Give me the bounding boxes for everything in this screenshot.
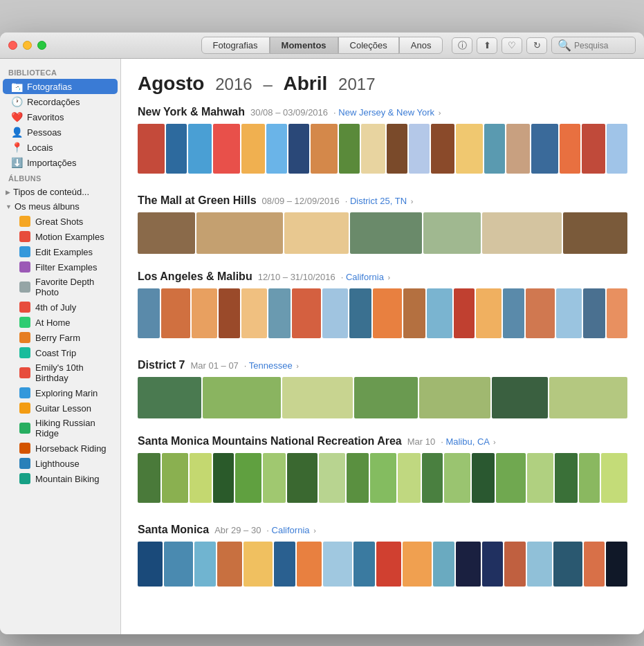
photo-thumb[interactable] [601, 453, 627, 503]
sidebar-item-places[interactable]: 📍 Locais [3, 140, 118, 155]
photo-thumb[interactable] [311, 124, 338, 174]
moment-district7-photos[interactable] [138, 377, 627, 418]
close-button[interactable] [8, 41, 17, 50]
photo-thumb[interactable] [361, 124, 385, 174]
photo-thumb[interactable] [454, 288, 475, 338]
photo-thumb[interactable] [527, 542, 552, 587]
sidebar-item-edit-examples[interactable]: Edit Examples [3, 244, 118, 259]
sidebar-item-berry-farm[interactable]: Berry Farm [3, 330, 118, 345]
photo-thumb[interactable] [282, 377, 353, 418]
photo-thumb[interactable] [456, 542, 481, 587]
sidebar-item-people[interactable]: 👤 Pessoas [3, 124, 118, 140]
moment-new-york-photos[interactable] [138, 124, 627, 178]
photo-thumb[interactable] [606, 542, 627, 587]
photo-thumb[interactable] [354, 377, 418, 418]
photo-thumb[interactable] [292, 288, 321, 338]
photo-thumb[interactable] [373, 288, 402, 338]
photo-thumb[interactable] [350, 212, 422, 254]
photo-thumb[interactable] [194, 542, 216, 587]
sidebar-item-imports[interactable]: ⬇️ Importações [3, 155, 118, 170]
photo-thumb[interactable] [376, 542, 401, 587]
photo-thumb[interactable] [579, 453, 600, 503]
photo-thumb[interactable] [161, 288, 190, 338]
photo-thumb[interactable] [527, 453, 553, 503]
photo-thumb[interactable] [138, 377, 201, 418]
photo-thumb[interactable] [556, 288, 582, 338]
moment-los-angeles-location-link[interactable]: California [346, 272, 384, 282]
photo-thumb[interactable] [427, 288, 452, 338]
photo-thumb[interactable] [266, 124, 287, 174]
photo-thumb[interactable] [138, 453, 160, 503]
photo-thumb[interactable] [506, 124, 530, 174]
photo-thumb[interactable] [584, 542, 605, 587]
photo-thumb[interactable] [398, 453, 421, 503]
share-button[interactable]: ⬆ [477, 37, 497, 54]
photo-thumb[interactable] [409, 124, 430, 174]
photo-thumb[interactable] [431, 124, 454, 174]
photo-thumb[interactable] [526, 288, 555, 338]
photo-thumb[interactable] [353, 542, 375, 587]
photo-thumb[interactable] [219, 288, 241, 338]
photo-thumb[interactable] [423, 212, 481, 254]
sidebar-item-great-shots[interactable]: Great Shots [3, 214, 118, 229]
photo-thumb[interactable] [496, 453, 526, 503]
photo-thumb[interactable] [339, 124, 360, 174]
photo-thumb[interactable] [549, 377, 627, 418]
photo-thumb[interactable] [422, 453, 443, 503]
photo-thumb[interactable] [433, 542, 454, 587]
search-box[interactable]: 🔍 [551, 37, 636, 54]
photo-thumb[interactable] [484, 124, 505, 174]
tab-moments[interactable]: Momentos [270, 37, 338, 54]
sidebar-item-motion-examples[interactable]: Motion Examples [3, 229, 118, 244]
photo-thumb[interactable] [583, 288, 605, 338]
photo-thumb[interactable] [213, 453, 234, 503]
photo-thumb[interactable] [503, 288, 525, 338]
photo-thumb[interactable] [444, 453, 470, 503]
photo-thumb[interactable] [607, 288, 627, 338]
photo-thumb[interactable] [555, 453, 578, 503]
photo-thumb[interactable] [563, 212, 628, 254]
sidebar-item-emily-birthday[interactable]: Emily's 10th Birthday [3, 360, 118, 385]
sidebar-item-memories[interactable]: 🕐 Recordações [3, 94, 118, 109]
photo-thumb[interactable] [403, 542, 431, 587]
photo-thumb[interactable] [162, 453, 188, 503]
sidebar-item-filter-examples[interactable]: Filter Examples [3, 259, 118, 275]
sidebar-item-guitar-lesson[interactable]: Guitar Lesson [3, 400, 118, 416]
rotate-button[interactable]: ↻ [526, 37, 547, 54]
sidebar-group-content-types[interactable]: ▶ Tipos de conteúd... [0, 185, 120, 199]
moment-santa-monica-location-link[interactable]: California [272, 525, 310, 535]
info-button[interactable]: ⓘ [452, 37, 472, 54]
photo-thumb[interactable] [213, 124, 240, 174]
sidebar-item-exploring-marin[interactable]: Exploring Marin [3, 385, 118, 400]
moment-district7-location-link[interactable]: Tennessee [249, 360, 293, 371]
moment-district7-title[interactable]: District 7 [138, 359, 185, 371]
minimize-button[interactable] [23, 41, 32, 50]
moment-santa-monica-mountains-photos[interactable] [138, 453, 627, 507]
sidebar-item-coast-trip[interactable]: Coast Trip [3, 345, 118, 360]
moment-santa-monica-mountains-title[interactable]: Santa Monica Mountains National Recreati… [138, 435, 402, 447]
photo-thumb[interactable] [482, 212, 561, 254]
sidebar-item-favorite-depth[interactable]: Favorite Depth Photo [3, 275, 118, 299]
photo-thumb[interactable] [164, 542, 192, 587]
photo-thumb[interactable] [196, 212, 283, 254]
photo-thumb[interactable] [138, 212, 195, 254]
moment-green-hills-photos[interactable] [138, 212, 627, 254]
search-input[interactable] [574, 41, 629, 50]
photo-thumb[interactable] [268, 288, 291, 338]
tab-collections[interactable]: Coleções [338, 37, 399, 54]
sidebar-group-my-albums[interactable]: ▼ Os meus álbuns [0, 199, 120, 214]
tab-years[interactable]: Anos [399, 37, 443, 54]
photo-thumb[interactable] [419, 377, 490, 418]
photo-thumb[interactable] [322, 288, 348, 338]
moment-green-hills-location-link[interactable]: District 25, TN [350, 196, 407, 206]
photo-thumb[interactable] [235, 453, 261, 503]
photo-thumb[interactable] [370, 453, 396, 503]
photo-thumb[interactable] [166, 124, 187, 174]
photo-thumb[interactable] [188, 124, 212, 174]
photo-thumb[interactable] [138, 542, 163, 587]
photo-thumb[interactable] [190, 453, 212, 503]
photo-thumb[interactable] [553, 542, 582, 587]
sidebar-item-photos[interactable]: 📷 Fotografias [3, 79, 118, 94]
photo-thumb[interactable] [387, 124, 407, 174]
photo-thumb[interactable] [241, 288, 267, 338]
